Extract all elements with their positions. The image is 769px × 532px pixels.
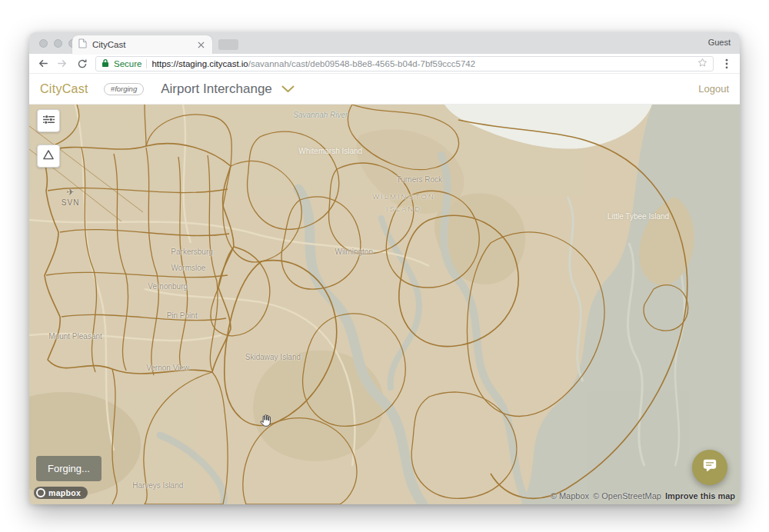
browser-window: CityCast Guest Secure https://staging.ci…	[29, 32, 740, 504]
browser-toolbar: Secure https://staging.citycast.io/savan…	[29, 54, 740, 74]
improve-map-link[interactable]: Improve this map	[665, 491, 735, 500]
window-controls	[39, 39, 77, 48]
attribution-mapbox-link[interactable]: © Mapbox	[551, 491, 589, 500]
url-text: https://staging.citycast.io/savannah/cas…	[151, 59, 475, 68]
layers-filter-button[interactable]	[37, 109, 60, 132]
omnibox-divider	[146, 59, 147, 68]
tab-close-icon[interactable]	[195, 39, 206, 50]
cast-title: Airport Interchange	[161, 81, 272, 97]
mapbox-icon	[36, 488, 45, 497]
browser-menu-icon[interactable]	[720, 57, 734, 71]
new-tab-button[interactable]	[218, 39, 238, 50]
forging-toast: Forging...	[36, 456, 102, 481]
browser-profile-label: Guest	[708, 38, 731, 47]
tab-favicon-document-icon	[78, 38, 87, 52]
secure-lock-icon[interactable]	[102, 58, 109, 69]
browser-tab[interactable]: CityCast	[72, 35, 212, 54]
mapbox-wordmark: mapbox	[48, 488, 81, 497]
bookmark-star-icon[interactable]	[697, 58, 707, 69]
chat-bubble-icon	[701, 458, 718, 477]
mapbox-logo[interactable]: mapbox	[34, 487, 88, 499]
app-header: CityCast #forging Airport Interchange Lo…	[29, 74, 740, 105]
map-attribution: © Mapbox © OpenStreetMap Improve this ma…	[551, 491, 735, 500]
forging-badge: #forging	[104, 83, 144, 95]
citycast-logo[interactable]: CityCast	[40, 82, 88, 96]
delta-compare-button[interactable]	[37, 145, 60, 168]
url-host: https://staging.citycast.io	[151, 59, 248, 68]
attribution-osm-link[interactable]: © OpenStreetMap	[593, 491, 661, 500]
forward-button[interactable]	[55, 57, 69, 71]
sliders-icon	[42, 114, 55, 128]
url-path: /savannah/cast/deb09548-b8e8-4565-b04d-7…	[248, 59, 475, 68]
browser-titlebar: CityCast Guest	[29, 32, 740, 54]
chevron-down-icon	[281, 82, 295, 96]
logout-link[interactable]: Logout	[698, 83, 729, 95]
secure-label: Secure	[114, 59, 141, 68]
map-canvas[interactable]: Savannah RiverWhitemarsh IslandTurners R…	[29, 105, 740, 504]
chat-launcher-button[interactable]	[692, 450, 727, 485]
back-button[interactable]	[35, 57, 49, 71]
cast-selector[interactable]: Airport Interchange	[161, 81, 295, 97]
basemap-svg	[29, 105, 740, 504]
address-bar[interactable]: Secure https://staging.citycast.io/savan…	[95, 56, 714, 71]
triangle-icon	[42, 149, 55, 164]
window-close-button[interactable]	[39, 39, 48, 48]
window-minimize-button[interactable]	[54, 39, 62, 48]
map-controls	[37, 109, 60, 168]
reload-button[interactable]	[75, 57, 89, 71]
tab-title: CityCast	[92, 40, 190, 49]
